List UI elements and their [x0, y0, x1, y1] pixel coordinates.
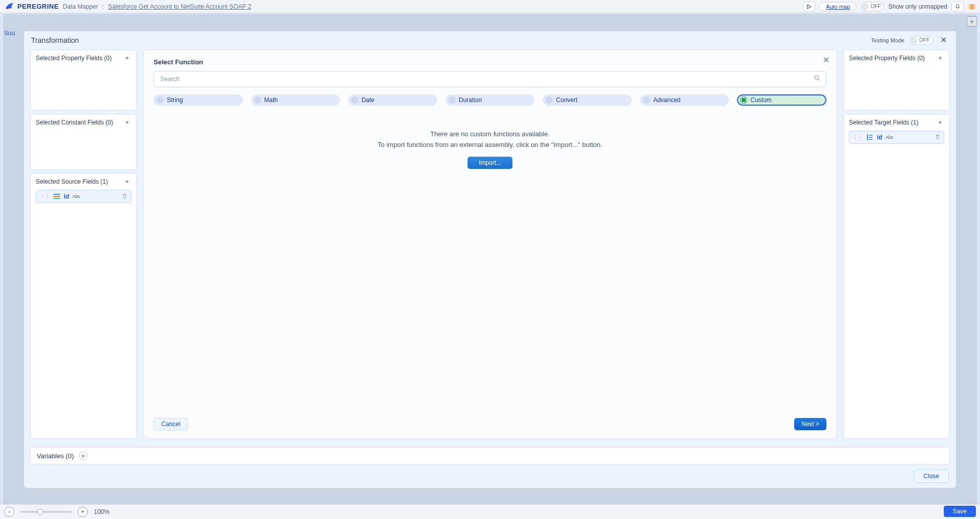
svg-rect-2 [53, 198, 60, 199]
radio-icon [157, 96, 164, 104]
add-right-property-button[interactable]: + [936, 54, 944, 62]
off-toggle[interactable]: OFF [861, 2, 884, 11]
empty-line-1: There are no custom functions available. [430, 130, 550, 138]
bell-icon [954, 4, 961, 10]
notifications-button[interactable] [951, 2, 964, 12]
category-label: Convert [556, 96, 577, 104]
warning-count[interactable]: 0 [968, 4, 976, 10]
left-constant-title: Selected Constant Fields (0) [36, 119, 113, 126]
category-math[interactable]: Math [251, 94, 340, 106]
right-target-panel: Selected Target Fields (1) + ⋮⋮ id Abc [843, 114, 950, 439]
zoom-value: 100% [94, 508, 110, 515]
right-property-title: Selected Property Fields (0) [849, 55, 925, 62]
add-property-button[interactable]: + [123, 54, 131, 62]
target-field-type: Abc [886, 135, 894, 140]
add-source-button[interactable]: + [123, 178, 131, 186]
crumb-title[interactable]: Salesforce Get Account to NetSuite Accou… [108, 3, 252, 10]
testing-mode-value: OFF [919, 37, 929, 43]
app-footer: − + 100% Save [0, 504, 980, 519]
modal-header: Transformation Testing Mode OFF ✕ [24, 31, 956, 50]
add-target-button[interactable]: + [936, 118, 944, 127]
save-button[interactable]: Save [944, 506, 976, 517]
target-field-id: id [877, 134, 883, 141]
variables-bar: Variables (0) + [30, 447, 950, 464]
radio-icon [351, 96, 358, 104]
category-custom[interactable]: Custom [737, 94, 826, 106]
empty-line-2: To import functions from an external ass… [378, 141, 602, 149]
testing-mode-toggle[interactable]: OFF [910, 36, 933, 45]
category-label: Duration [459, 96, 482, 104]
radio-icon [449, 96, 456, 104]
svg-rect-1 [53, 196, 60, 197]
variables-label: Variables (0) [37, 452, 74, 460]
source-field-chip[interactable]: ⋮⋮ Id Abc [36, 190, 131, 203]
zoom-in-button[interactable]: + [78, 507, 88, 517]
left-source-title: Selected Source Fields (1) [36, 178, 108, 185]
left-property-title: Selected Property Fields (0) [36, 55, 112, 62]
left-constant-panel: Selected Constant Fields (0) + [30, 114, 137, 170]
source-field-id: Id [64, 193, 69, 200]
trash-icon [935, 134, 941, 140]
modal-title: Transformation [31, 36, 79, 44]
crumb-section: Data Mapper [63, 3, 98, 10]
select-function-card: Select Function ✕ StringMathDateDuration… [143, 50, 837, 439]
next-button[interactable]: Next > [794, 418, 826, 430]
svg-rect-0 [53, 194, 60, 195]
category-advanced[interactable]: Advanced [640, 94, 729, 106]
category-duration[interactable]: Duration [446, 94, 535, 106]
run-button[interactable] [803, 2, 815, 12]
play-icon [806, 4, 812, 9]
category-label: Math [264, 96, 278, 104]
target-schema-icon [866, 133, 874, 141]
right-property-panel: Selected Property Fields (0) + [843, 50, 950, 111]
testing-mode-label: Testing Mode [871, 37, 904, 43]
right-target-title: Selected Target Fields (1) [849, 119, 919, 126]
category-date[interactable]: Date [348, 94, 437, 106]
modal-body: Selected Property Fields (0) + Selected … [24, 50, 956, 443]
toggle-dot-icon [862, 4, 868, 10]
radio-icon [740, 96, 747, 104]
modal-close-icon[interactable]: ✕ [938, 35, 949, 45]
category-convert[interactable]: Convert [543, 94, 632, 106]
center-column: Select Function ✕ StringMathDateDuration… [143, 50, 837, 439]
remove-target-field-button[interactable] [935, 134, 941, 141]
crumb-sep: : [102, 3, 104, 10]
card-close-button[interactable]: ✕ [823, 55, 829, 65]
brand-logo: PEREGRINE [4, 1, 59, 12]
drag-handle-icon[interactable]: ⋮⋮ [852, 134, 863, 141]
search-function-input[interactable] [159, 71, 814, 87]
peregrine-icon [4, 1, 15, 12]
left-source-panel: Selected Source Fields (1) + ⋮⋮ Id Abc [30, 173, 137, 439]
trash-icon [121, 193, 128, 199]
salesforce-icon [53, 192, 61, 201]
category-label: String [167, 96, 183, 104]
close-button[interactable]: Close [914, 469, 949, 483]
import-button[interactable]: Import... [468, 157, 512, 169]
slider-thumb-icon [37, 509, 43, 515]
radio-icon [546, 96, 553, 104]
svg-point-3 [815, 76, 818, 79]
add-variable-button[interactable]: + [79, 452, 87, 460]
search-icon [814, 75, 821, 84]
remove-source-field-button[interactable] [121, 193, 128, 201]
svg-rect-4 [867, 134, 868, 140]
transformation-modal: Transformation Testing Mode OFF ✕ Select… [23, 31, 957, 488]
empty-state: There are no custom functions available.… [154, 106, 826, 413]
add-constant-button[interactable]: + [123, 118, 131, 127]
category-string[interactable]: String [154, 94, 243, 106]
show-unmapped-label: Show only unmapped [888, 3, 947, 10]
brand-text: PEREGRINE [17, 3, 59, 10]
search-function-wrap [154, 71, 826, 87]
zoom-slider[interactable] [20, 511, 71, 513]
target-field-chip[interactable]: ⋮⋮ id Abc [849, 131, 944, 144]
toggle-dot-icon [911, 37, 917, 43]
cancel-button[interactable]: Cancel [154, 418, 188, 430]
app-top-bar: PEREGRINE Data Mapper : Salesforce Get A… [0, 0, 980, 13]
off-toggle-label: OFF [870, 4, 880, 9]
source-field-type: Abc [72, 194, 81, 199]
zoom-out-button[interactable]: − [4, 507, 14, 517]
automap-button[interactable]: Auto map [819, 2, 856, 11]
modal-footer: Close [24, 464, 956, 488]
drag-handle-icon[interactable]: ⋮⋮ [39, 193, 50, 200]
modal-overlay: Transformation Testing Mode OFF ✕ Select… [3, 14, 977, 505]
